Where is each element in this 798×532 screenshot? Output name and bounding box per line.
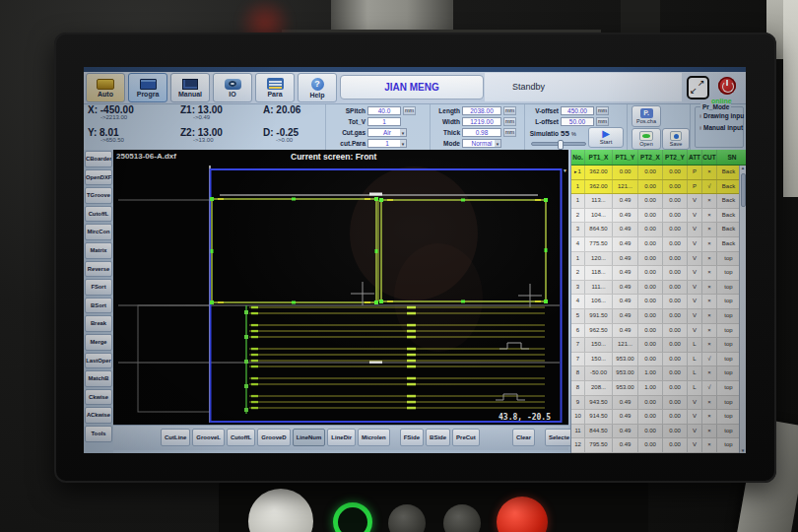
table-row[interactable]: 5 991.50 0.49 0.00 0.00 V × top: [571, 309, 739, 324]
sidebar-button[interactable]: BSort: [85, 298, 112, 314]
table-row[interactable]: 7 150... 121... 0.00 0.00 L × top: [571, 338, 739, 353]
auto-button[interactable]: Auto: [86, 73, 125, 102]
table-row[interactable]: 11 844.50 0.49 0.00 0.00 V × top: [571, 425, 739, 439]
bottom-tool-button[interactable]: BSide: [426, 429, 450, 446]
table-row[interactable]: 2 118... 0.49 0.00 0.00 V × top: [571, 266, 739, 281]
table-row[interactable]: 1 362.00 121... 0.00 0.00 P √ Back: [571, 180, 739, 195]
sidebar-button[interactable]: ACkwise: [85, 407, 112, 424]
sidebar-button[interactable]: Tools: [85, 426, 112, 442]
col-cut[interactable]: CUT: [702, 150, 717, 165]
table-row[interactable]: 10 914.50 0.49 0.00 0.00 V × top: [571, 410, 739, 425]
panel-gray-button-1[interactable]: [388, 504, 426, 532]
pr-mode-option[interactable]: Manual input: [699, 124, 743, 131]
scroll-down-icon[interactable]: ▼: [740, 448, 746, 453]
bottom-tool-button[interactable]: LineNum: [293, 429, 326, 446]
table-row[interactable]: 7 150... 953.00 0.00 0.00 L √ top: [571, 353, 739, 367]
bottom-tool-button[interactable]: LineDir: [327, 429, 356, 446]
manual-button[interactable]: Manual: [170, 73, 210, 102]
spitch-field[interactable]: 40.0: [367, 106, 401, 115]
sidebar-button[interactable]: Matrix: [85, 242, 112, 259]
table-row[interactable]: 3 111... 0.49 0.00 0.00 V × top: [571, 281, 739, 296]
progra-button[interactable]: Progra: [128, 73, 167, 102]
col-pt1y[interactable]: PT1_Y: [613, 150, 638, 165]
power-button[interactable]: [718, 77, 736, 95]
width-unit: mm: [503, 117, 516, 126]
bottom-tool-button[interactable]: GrooveL: [192, 429, 225, 446]
mode-select[interactable]: Normal: [462, 139, 501, 148]
table-row[interactable]: 8 208... 953.00 1.00 0.00 L √ top: [571, 381, 739, 396]
cutgas-select[interactable]: Air: [367, 128, 407, 137]
pr-mode-option[interactable]: Drawing inpu: [699, 112, 743, 119]
machine-title-button[interactable]: JIAN MENG: [340, 75, 484, 100]
sidebar-button[interactable]: LastOper: [85, 353, 112, 369]
voffset-field[interactable]: 450.00: [561, 106, 594, 115]
col-pt2x[interactable]: PT2_X: [638, 150, 663, 165]
sidebar-button[interactable]: Break: [85, 315, 112, 332]
bottom-tool-button[interactable]: [392, 429, 398, 446]
table-row[interactable]: 1 362.00 0.00 0.00 0.00 P × Back: [571, 166, 739, 180]
resize-button[interactable]: ↗ ↙: [687, 76, 709, 100]
thick-field[interactable]: 0.98: [462, 128, 501, 137]
bottom-tool-button[interactable]: FSide: [400, 429, 424, 446]
table-row[interactable]: 3 864.50 0.49 0.00 0.00 V × Back: [571, 223, 739, 237]
sidebar-button[interactable]: CBoarder: [85, 151, 112, 167]
simulate-slider[interactable]: [531, 142, 586, 146]
sidebar-button[interactable]: MircCon: [85, 224, 112, 240]
loffset-field[interactable]: 50.00: [561, 117, 594, 126]
table-row[interactable]: 1 113... 0.49 0.00 0.00 V × Back: [571, 194, 739, 209]
panel-green-button[interactable]: [333, 502, 372, 532]
slider-thumb[interactable]: [558, 140, 564, 150]
scroll-thumb[interactable]: [741, 173, 746, 207]
canvas-scroll-arrow[interactable]: ▼: [563, 167, 567, 173]
totv-field[interactable]: 1: [367, 117, 401, 126]
open-button[interactable]: Open: [632, 128, 661, 150]
sidebar-button[interactable]: Reverse: [85, 261, 112, 278]
poscha-button[interactable]: P. Pos.cha: [632, 105, 661, 127]
cutpara-select[interactable]: 1: [367, 139, 407, 148]
start-button[interactable]: ▶ Start: [588, 127, 624, 148]
table-row[interactable]: 4 106... 0.49 0.00 0.00 V × top: [571, 295, 739, 309]
clear-button[interactable]: Clear: [512, 429, 535, 446]
dxf-drawing: [113, 150, 568, 425]
bottom-tool-button[interactable]: CutLine: [161, 429, 190, 446]
bottom-tool-button[interactable]: CutoffL: [227, 429, 255, 446]
sidebar-button[interactable]: MatchB: [85, 370, 112, 387]
col-pt1x[interactable]: PT1_X: [585, 150, 613, 165]
help-button[interactable]: ? Help: [298, 73, 337, 102]
sidebar-button[interactable]: CutoffL: [85, 206, 112, 223]
col-no[interactable]: No.: [571, 150, 585, 165]
panel-knob[interactable]: [248, 489, 313, 532]
sidebar-button[interactable]: FSort: [85, 279, 112, 296]
scroll-up-icon[interactable]: ▲: [740, 166, 746, 170]
table-scrollbar[interactable]: ▲ ▼: [739, 166, 746, 453]
bottom-tool-button[interactable]: PreCut: [452, 429, 480, 446]
file-buttons-group: P. Pos.cha Open Save: [630, 104, 691, 150]
sidebar-button[interactable]: Ckwise: [85, 389, 112, 406]
sidebar-button[interactable]: OpenDXF: [85, 169, 112, 186]
monitor-bezel: Auto Progra Manual IO Para: [54, 33, 776, 483]
length-unit: mm: [503, 106, 516, 115]
bottom-tool-button[interactable]: GrooveD: [257, 429, 290, 446]
col-att[interactable]: ATT: [688, 150, 702, 165]
table-row[interactable]: 9 943.50 0.49 0.00 0.00 V × top: [571, 396, 739, 411]
table-row[interactable]: 6 962.50 0.49 0.00 0.00 V × top: [571, 324, 739, 339]
panel-gray-button-2[interactable]: [443, 504, 481, 532]
para-button[interactable]: Para: [255, 73, 295, 102]
table-row[interactable]: 4 775.50 0.49 0.00 0.00 V × Back: [571, 237, 739, 252]
emergency-stop-button[interactable]: [497, 497, 548, 532]
coord-a: A: 20.06: [263, 104, 300, 127]
sidebar-button[interactable]: TGroove: [85, 187, 112, 204]
io-button[interactable]: IO: [213, 73, 252, 102]
table-row[interactable]: 1 120... 0.49 0.00 0.00 V × top: [571, 252, 739, 267]
width-field[interactable]: 1219.00: [462, 117, 501, 126]
bottom-tool-button[interactable]: Microlen: [358, 429, 390, 446]
table-row[interactable]: 8 -50.00 953.00 1.00 0.00 L × top: [571, 366, 739, 381]
save-button[interactable]: Save: [662, 128, 690, 150]
table-row[interactable]: 12 795.50 0.49 0.00 0.00 V × top: [571, 438, 739, 453]
length-field[interactable]: 2038.00: [462, 106, 501, 115]
col-sn[interactable]: SN: [717, 150, 746, 165]
col-pt2y[interactable]: PT2_Y: [663, 150, 688, 165]
sidebar-button[interactable]: Merge: [85, 334, 112, 351]
table-row[interactable]: 2 104... 0.49 0.00 0.00 V × Back: [571, 209, 739, 224]
drawing-canvas[interactable]: 250513-06-A.dxf Current screen: Front ▼ …: [113, 150, 568, 425]
